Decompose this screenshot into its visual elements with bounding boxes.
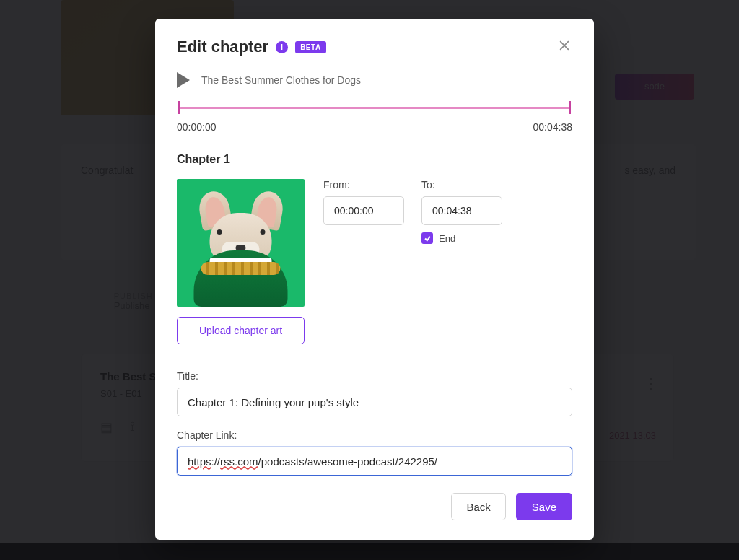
chapter-heading: Chapter 1 xyxy=(177,153,572,166)
timeline-handle-start[interactable] xyxy=(178,101,180,114)
close-button[interactable] xyxy=(555,36,574,55)
timeline-handle-end[interactable] xyxy=(569,101,571,114)
to-label: To: xyxy=(421,179,502,191)
timeline[interactable] xyxy=(177,101,572,117)
player-row: The Best Summer Clothes for Dogs xyxy=(177,72,572,88)
end-label: End xyxy=(439,233,455,244)
to-input[interactable] xyxy=(421,196,502,225)
back-button[interactable]: Back xyxy=(451,493,505,520)
end-checkbox-row: End xyxy=(421,232,502,244)
link-part-3: rss.com xyxy=(220,455,258,468)
link-label: Chapter Link: xyxy=(177,429,572,441)
upload-chapter-art-button[interactable]: Upload chapter art xyxy=(177,317,305,344)
chapter-link-input[interactable]: https://rss.com/podcasts/awesome-podcast… xyxy=(177,447,572,476)
modal-footer: Back Save xyxy=(177,493,572,520)
track-name: The Best Summer Clothes for Dogs xyxy=(201,74,361,86)
to-field-group: To: End xyxy=(421,179,502,244)
chapter-title-input[interactable] xyxy=(177,388,572,416)
from-input[interactable] xyxy=(323,196,404,225)
link-part-2: :// xyxy=(211,455,221,468)
beta-badge: BETA xyxy=(295,41,325,53)
edit-chapter-modal: Edit chapter i BETA The Best Summer Clot… xyxy=(155,19,594,540)
link-part-1: https xyxy=(188,455,211,468)
chapter-art-preview xyxy=(177,179,305,307)
link-form-block: Chapter Link: https://rss.com/podcasts/a… xyxy=(177,429,572,476)
dog-illustration xyxy=(185,188,297,307)
info-icon[interactable]: i xyxy=(276,41,288,53)
modal-title: Edit chapter xyxy=(177,38,268,56)
time-end-label: 00:04:38 xyxy=(533,121,573,133)
title-label: Title: xyxy=(177,370,572,382)
time-start-label: 00:00:00 xyxy=(177,121,217,133)
check-icon xyxy=(424,235,432,242)
time-labels: 00:00:00 00:04:38 xyxy=(177,121,572,133)
timeline-bar xyxy=(180,107,569,109)
modal-header: Edit chapter i BETA xyxy=(177,38,572,56)
link-part-4: /podcasts/awesome-podcast/242295/ xyxy=(258,455,438,468)
title-form-block: Title: xyxy=(177,370,572,416)
close-icon xyxy=(557,38,572,53)
save-button[interactable]: Save xyxy=(516,493,572,520)
from-field-group: From: xyxy=(323,179,404,244)
chapter-body: Upload chapter art From: To: End xyxy=(177,179,572,344)
play-button[interactable] xyxy=(177,72,190,88)
end-checkbox[interactable] xyxy=(421,232,433,244)
from-label: From: xyxy=(323,179,404,191)
